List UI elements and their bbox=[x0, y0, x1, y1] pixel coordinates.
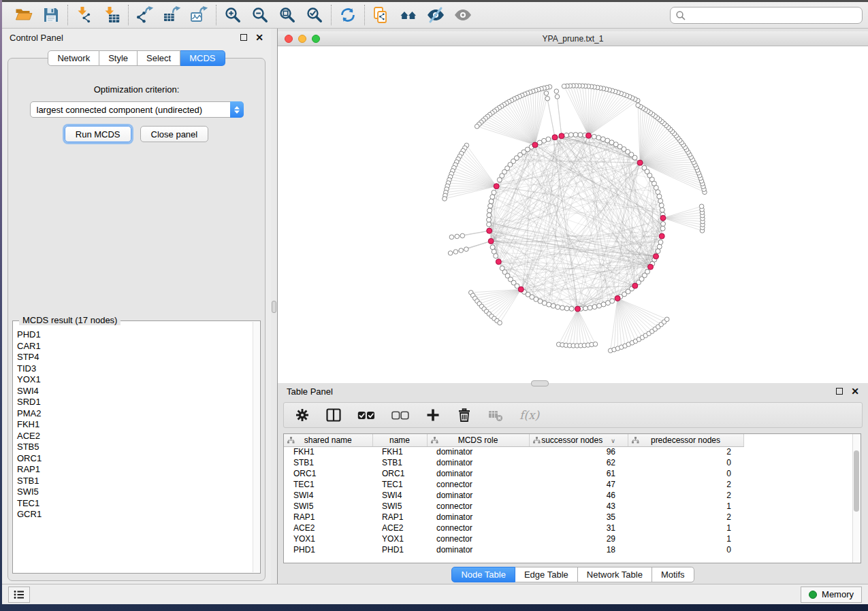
network-node[interactable] bbox=[487, 208, 492, 213]
network-node[interactable] bbox=[659, 203, 664, 208]
mcds-node[interactable] bbox=[488, 238, 494, 244]
network-node[interactable] bbox=[487, 222, 492, 227]
leaf-node[interactable] bbox=[555, 95, 560, 99]
splitter-handle[interactable] bbox=[272, 301, 276, 313]
import-network-button[interactable] bbox=[75, 5, 94, 24]
network-node[interactable] bbox=[592, 305, 597, 310]
tab-network[interactable]: Network bbox=[48, 50, 99, 66]
table-row[interactable]: FKH1FKH1dominator962 bbox=[284, 446, 743, 457]
column-header-successor-nodes[interactable]: successor nodes∨ bbox=[529, 434, 628, 446]
table-row[interactable]: STB1STB1dominator620 bbox=[284, 457, 743, 468]
network-node[interactable] bbox=[492, 190, 496, 195]
table-row[interactable]: SWI5SWI5connector431 bbox=[284, 501, 743, 512]
mcds-node[interactable] bbox=[532, 142, 538, 148]
network-node[interactable] bbox=[583, 306, 588, 311]
function-builder-button[interactable]: f(x) bbox=[519, 408, 539, 422]
network-node[interactable] bbox=[656, 249, 660, 254]
mcds-node[interactable] bbox=[559, 133, 564, 139]
mcds-result-item[interactable]: RAP1 bbox=[16, 464, 251, 476]
table-row[interactable]: PHD1PHD1dominator180 bbox=[284, 544, 743, 555]
network-node[interactable] bbox=[658, 199, 663, 203]
mcds-result-item[interactable]: YOX1 bbox=[16, 374, 251, 386]
network-node[interactable] bbox=[490, 245, 495, 250]
mcds-result-item[interactable]: PMA2 bbox=[16, 408, 251, 420]
criterion-dropdown[interactable]: largest connected component (undirected) bbox=[30, 101, 244, 118]
network-node[interactable] bbox=[568, 133, 573, 137]
maximize-window-icon[interactable] bbox=[312, 35, 320, 43]
leaf-node[interactable] bbox=[664, 317, 669, 322]
network-node[interactable] bbox=[578, 133, 583, 137]
mcds-node[interactable] bbox=[494, 184, 499, 189]
mcds-node[interactable] bbox=[615, 296, 620, 301]
zoom-fit-button[interactable] bbox=[278, 5, 297, 24]
mcds-result-item[interactable]: PHD1 bbox=[16, 329, 251, 341]
network-node[interactable] bbox=[556, 305, 560, 310]
leaf-node[interactable] bbox=[545, 97, 550, 101]
network-graph[interactable] bbox=[278, 46, 868, 383]
zoom-in-button[interactable] bbox=[223, 5, 242, 24]
network-node[interactable] bbox=[601, 302, 606, 307]
column-header-shared-name[interactable]: shared name bbox=[284, 434, 372, 446]
column-header-mcds-role[interactable]: MCDS role bbox=[427, 434, 529, 446]
tab-select[interactable]: Select bbox=[138, 50, 180, 66]
delete-table-button[interactable] bbox=[488, 408, 503, 423]
search-input[interactable] bbox=[689, 10, 857, 21]
table-mode-settings-button[interactable] bbox=[295, 408, 310, 423]
table-row[interactable]: ACE2ACE2connector311 bbox=[284, 523, 743, 533]
node-table[interactable]: shared namenameMCDS rolesuccessor nodes∨… bbox=[284, 434, 744, 555]
deselect-all-button[interactable] bbox=[391, 411, 409, 420]
horizontal-splitter-handle[interactable] bbox=[531, 380, 549, 386]
network-node[interactable] bbox=[547, 302, 551, 307]
mcds-result-item[interactable]: ORC1 bbox=[16, 453, 251, 465]
close-window-icon[interactable] bbox=[285, 35, 293, 43]
tab-style[interactable]: Style bbox=[99, 50, 138, 66]
mcds-node[interactable] bbox=[654, 254, 659, 259]
table-row[interactable]: TEC1TEC1connector472 bbox=[284, 479, 743, 490]
refresh-button[interactable] bbox=[338, 5, 357, 24]
network-node[interactable] bbox=[657, 194, 662, 199]
leaf-node[interactable] bbox=[459, 248, 464, 253]
tab-network-table[interactable]: Network Table bbox=[578, 567, 652, 582]
table-row[interactable]: YOX1YOX1connector291 bbox=[284, 533, 743, 544]
mcds-result-item[interactable]: TEC1 bbox=[16, 498, 251, 510]
network-node[interactable] bbox=[542, 301, 547, 306]
network-node[interactable] bbox=[489, 199, 494, 204]
new-network-from-selection-button[interactable] bbox=[372, 5, 391, 24]
mcds-node[interactable] bbox=[659, 233, 664, 239]
mcds-result-item[interactable]: ACE2 bbox=[16, 431, 251, 442]
leaf-node[interactable] bbox=[464, 247, 469, 252]
network-node[interactable] bbox=[610, 299, 615, 303]
tab-node-table[interactable]: Node Table bbox=[451, 567, 515, 582]
mcds-result-item[interactable]: STP4 bbox=[16, 352, 251, 363]
vertical-splitter[interactable] bbox=[271, 29, 278, 584]
network-node[interactable] bbox=[588, 306, 592, 310]
column-header-name[interactable]: name bbox=[372, 434, 427, 446]
mcds-result-item[interactable]: TID3 bbox=[16, 363, 251, 375]
import-table-button[interactable] bbox=[102, 5, 121, 24]
mcds-result-item[interactable]: SWI5 bbox=[16, 486, 251, 498]
mcds-result-item[interactable]: GCR1 bbox=[16, 509, 251, 521]
mcds-node[interactable] bbox=[496, 259, 501, 265]
mcds-node[interactable] bbox=[586, 133, 592, 138]
table-scrollbar-thumb[interactable] bbox=[854, 450, 859, 512]
leaf-node[interactable] bbox=[449, 235, 454, 240]
leaf-node[interactable] bbox=[453, 250, 458, 254]
network-node[interactable] bbox=[560, 306, 565, 310]
open-button[interactable] bbox=[14, 5, 33, 24]
network-node[interactable] bbox=[592, 134, 596, 139]
mcds-node[interactable] bbox=[660, 215, 666, 220]
network-node[interactable] bbox=[546, 137, 551, 142]
network-node[interactable] bbox=[487, 218, 492, 222]
leaf-node[interactable] bbox=[448, 251, 453, 256]
table-row[interactable]: RAP1RAP1dominator352 bbox=[284, 512, 743, 523]
mcds-node[interactable] bbox=[552, 135, 558, 140]
network-node[interactable] bbox=[661, 222, 666, 227]
zoom-out-button[interactable] bbox=[251, 5, 270, 24]
leaf-node[interactable] bbox=[562, 84, 566, 89]
show-columns-button[interactable] bbox=[326, 408, 341, 423]
mcds-result-item[interactable]: SWI4 bbox=[16, 386, 251, 397]
export-table-button[interactable] bbox=[163, 5, 182, 24]
network-node[interactable] bbox=[564, 133, 569, 137]
float-panel-icon[interactable] bbox=[240, 34, 247, 41]
close-panel-button[interactable]: Close panel bbox=[140, 126, 209, 142]
